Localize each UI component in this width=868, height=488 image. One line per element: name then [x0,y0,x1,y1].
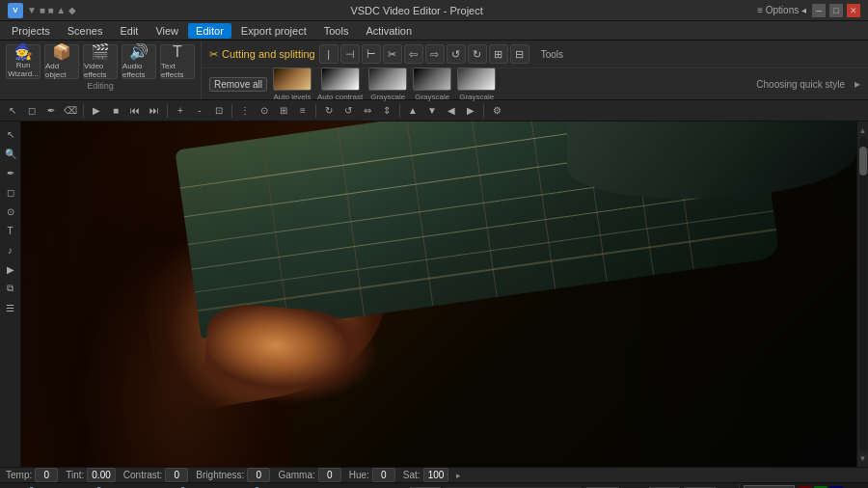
sat-value[interactable]: 100 [423,468,449,482]
video-canvas [21,122,856,467]
contrast-value[interactable]: 0 [165,468,188,482]
sidebar-btn-8[interactable]: ▶ [2,260,19,278]
tool-icon-2[interactable]: ⊣ [340,44,360,64]
tool-icon-6[interactable]: ⇨ [425,44,445,64]
menubar: Projects Scenes Edit View Editor Export … [0,21,868,41]
video-effects-icon: 🎬 [91,44,110,60]
tb2-layers[interactable]: ≡ [294,102,312,120]
run-wizard-button[interactable]: 🧙 Run Wizard... [6,44,41,79]
expand-icon[interactable]: ▸ [854,77,860,91]
quick-style-auto-levels[interactable]: Auto levels [273,68,312,101]
tb2-down[interactable]: ▼ [423,102,441,120]
sidebar-btn-3[interactable]: ✒ [2,164,19,181]
audio-effects-icon: 🔊 [129,44,149,60]
param-expand-btn[interactable]: ▸ [456,471,461,480]
tb2-pen[interactable]: ✒ [42,102,60,120]
audio-effects-button[interactable]: 🔊 Audio effects [122,44,156,79]
tb2-sep6 [483,104,484,118]
tb2-zoom-in[interactable]: + [172,102,189,120]
bottom-panel: Temp: 0 Tint: 0.00 Contrast: 0 Brightnes… [0,467,868,488]
scrollbar-thumb[interactable] [859,147,867,176]
menu-export[interactable]: Export project [233,23,314,39]
tb2-grid[interactable]: ⊞ [275,102,292,120]
tb2-magnet[interactable]: ⊙ [256,102,273,120]
tb2-rotate-cw[interactable]: ↻ [320,102,338,120]
sidebar-btn-1[interactable]: ↖ [2,125,19,143]
scene-dark-overlay [21,122,856,467]
tb2-cursor[interactable]: ↖ [4,102,21,120]
tb2-eraser[interactable]: ⌫ [62,102,79,120]
sidebar-btn-7[interactable]: ♪ [2,241,19,258]
quick-style-grayscale3[interactable]: Grayscale [457,68,496,101]
window-title: VSDC Video Editor - Project [76,5,757,16]
options-btn[interactable]: ≡ Options ◂ [757,5,806,15]
secondary-toolbar: ↖ ◻ ✒ ⌫ ▶ ■ ⏮ ⏭ + - ⊡ ⋮ ⊙ ⊞ ≡ ↻ ↺ ⇔ ⇕ ▲ … [0,100,868,122]
sidebar-btn-5[interactable]: ⊙ [2,203,19,220]
text-effects-button[interactable]: T Text effects [160,44,195,79]
tb2-prev[interactable]: ⏮ [126,102,144,120]
sidebar-btn-4[interactable]: ◻ [2,183,19,201]
tint-value[interactable]: 0.00 [87,468,115,482]
temp-value[interactable]: 0 [35,468,58,482]
sidebar-btn-10[interactable]: ☰ [2,299,19,316]
tb2-select[interactable]: ◻ [23,102,41,120]
tb2-right[interactable]: ▶ [462,102,479,120]
menu-tools[interactable]: Tools [316,23,357,39]
remove-all-button[interactable]: Remove all [209,77,267,92]
tb2-fit[interactable]: ⊡ [210,102,228,120]
sidebar-btn-2[interactable]: 🔍 [2,145,19,162]
hue-value[interactable]: 0 [372,468,395,482]
tb2-next[interactable]: ⏭ [146,102,163,120]
tool-icon-1[interactable]: | [319,44,339,64]
tb2-play[interactable]: ▶ [88,102,105,120]
param-bar: Temp: 0 Tint: 0.00 Contrast: 0 Brightnes… [0,468,868,483]
menu-projects[interactable]: Projects [4,23,58,39]
tb2-snap[interactable]: ⋮ [236,102,254,120]
quick-style-grayscale1[interactable]: Grayscale [368,68,407,101]
scroll-up-btn[interactable]: ▲ [858,125,868,135]
quick-style-grayscale2[interactable]: Grayscale [413,68,451,101]
video-preview [21,122,856,467]
quick-styles-bar: Remove all Auto levels Auto contrast Gra… [202,68,868,99]
tb2-sep5 [399,104,400,118]
close-button[interactable]: ✕ [847,4,860,17]
tool-icon-8[interactable]: ↻ [468,44,487,64]
sidebar-btn-9[interactable]: ⧉ [2,280,19,297]
tb2-flip-h[interactable]: ⇔ [359,102,376,120]
menu-view[interactable]: View [148,23,186,39]
minimize-button[interactable]: ─ [812,4,826,17]
sidebar-btn-6[interactable]: T [2,222,19,239]
tb2-flip-v[interactable]: ⇕ [378,102,395,120]
app-icon: V [8,3,23,18]
auto-levels-preview [273,68,312,91]
maximize-button[interactable]: □ [829,4,843,17]
tool-icon-3[interactable]: ⊢ [362,44,381,64]
menu-edit[interactable]: Edit [112,23,146,39]
menu-activation[interactable]: Activation [358,23,420,39]
param-hue: Hue: 0 [349,468,395,482]
left-sidebar: ↖ 🔍 ✒ ◻ ⊙ T ♪ ▶ ⧉ ☰ [0,122,21,467]
tb2-left[interactable]: ◀ [443,102,460,120]
right-sidebar-scrollbar: ▲ ▼ [856,122,868,467]
tb2-stop[interactable]: ■ [107,102,124,120]
quick-style-auto-contrast[interactable]: Auto contrast [317,68,363,101]
menu-scenes[interactable]: Scenes [60,23,111,39]
scroll-down-btn[interactable]: ▼ [858,453,868,463]
tb2-zoom-out[interactable]: - [191,102,208,120]
video-effects-button[interactable]: 🎬 Video effects [83,44,118,79]
tb2-rotate-ccw[interactable]: ↺ [339,102,357,120]
scrollbar-track[interactable] [859,137,867,451]
tool-icon-7[interactable]: ↺ [447,44,466,64]
add-object-button[interactable]: 📦 Add object [44,44,79,79]
menu-editor[interactable]: Editor [188,23,231,39]
add-object-icon: 📦 [52,44,71,60]
brightness-value[interactable]: 0 [247,468,270,482]
tb2-up[interactable]: ▲ [404,102,421,120]
tb2-settings[interactable]: ⚙ [488,102,505,120]
tool-icon-5[interactable]: ⇦ [404,44,423,64]
grayscale3-preview [457,68,496,91]
tool-icon-9[interactable]: ⊞ [489,44,508,64]
tool-icon-4[interactable]: ✂ [383,44,402,64]
tool-icon-10[interactable]: ⊟ [510,44,529,64]
gamma-value[interactable]: 0 [318,468,341,482]
